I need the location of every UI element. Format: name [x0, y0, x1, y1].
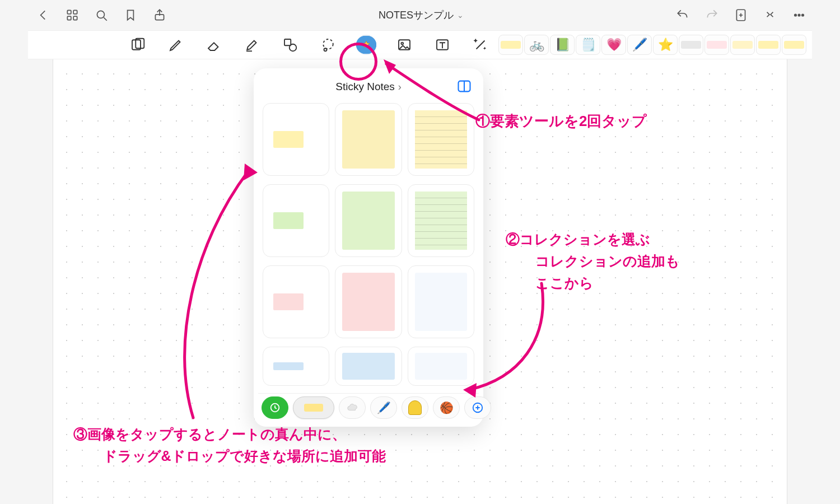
collection-pens[interactable]: 🖊️ [370, 396, 397, 419]
svg-point-17 [401, 43, 403, 45]
pen-icon[interactable] [166, 35, 186, 55]
collection-stickynotes[interactable] [293, 396, 334, 419]
recent-yellow4[interactable] [782, 35, 806, 55]
title-caret-icon: ⌄ [457, 11, 464, 20]
back-icon[interactable] [36, 8, 50, 22]
annotation-arrow-2 [452, 272, 575, 401]
title-bar: NOTESサンプル ⌄ [28, 0, 812, 30]
annotation-ring [339, 43, 377, 81]
recent-yellow-memo[interactable] [498, 35, 523, 55]
svg-point-9 [802, 14, 804, 16]
annotation-arrow-3 [160, 155, 283, 423]
collapse-icon[interactable] [763, 8, 777, 22]
sticky-green-square[interactable] [335, 184, 402, 257]
collection-clouds[interactable] [339, 396, 366, 419]
text-icon[interactable] [432, 35, 452, 55]
svg-point-8 [798, 14, 800, 16]
collection-tabs: 🖊️🏀 [258, 393, 479, 421]
title-text: NOTESサンプル [379, 8, 454, 22]
recent-pen[interactable]: 🖊️ [627, 35, 652, 55]
svg-rect-0 [67, 10, 71, 13]
recent-yellow2[interactable] [730, 35, 755, 55]
bookmark-icon[interactable] [123, 8, 138, 22]
svg-point-15 [324, 48, 327, 51]
recent-stickers: 🚲📗🗒️💗🖊️⭐ [498, 35, 808, 55]
recent-yellow3[interactable] [756, 35, 781, 55]
svg-rect-2 [67, 16, 71, 20]
read-mode-icon[interactable] [128, 35, 148, 55]
svg-point-14 [323, 39, 333, 49]
highlighter-icon[interactable] [242, 35, 262, 55]
svg-point-4 [97, 11, 104, 18]
svg-marker-22 [384, 59, 396, 74]
recent-collage[interactable]: 🗒️ [576, 35, 600, 55]
svg-rect-12 [284, 39, 291, 45]
sticky-pink-square[interactable] [335, 265, 402, 338]
annotation-arrow-1 [356, 54, 501, 138]
redo-icon[interactable] [704, 8, 719, 22]
search-icon[interactable] [94, 8, 109, 22]
shape-icon[interactable] [280, 35, 300, 55]
lasso-icon[interactable] [318, 35, 338, 55]
svg-rect-1 [73, 10, 77, 13]
svg-marker-24 [244, 164, 258, 180]
annotation-3: ③画像をタップするとノートの真ん中に、 ドラッグ&ドロップで好きな場所に追加可能 [73, 423, 386, 467]
more-icon[interactable] [792, 8, 806, 22]
recent-cloud[interactable] [679, 35, 703, 55]
note-canvas[interactable]: Sticky Notes › 🖊️🏀 ①要素ツールを2回タップ ②コレクションを… [53, 59, 787, 504]
magic-icon[interactable] [470, 35, 491, 55]
sticky-green-lined[interactable] [408, 184, 474, 257]
recent-heart[interactable]: 💗 [601, 35, 626, 55]
recent-star[interactable]: ⭐ [653, 35, 678, 55]
svg-point-7 [795, 14, 796, 16]
document-title[interactable]: NOTESサンプル ⌄ [379, 8, 464, 22]
image-icon[interactable] [394, 35, 414, 55]
sticky-blue-square[interactable] [335, 347, 402, 386]
add-page-icon[interactable] [734, 8, 748, 22]
recent-green-book[interactable]: 📗 [550, 35, 575, 55]
recent-bicycle[interactable]: 🚲 [524, 35, 549, 55]
svg-rect-3 [73, 16, 77, 20]
collection-badges[interactable] [402, 396, 428, 419]
recent-pink-memo[interactable] [704, 35, 729, 55]
eraser-icon[interactable] [204, 35, 224, 55]
share-icon[interactable] [152, 8, 167, 22]
svg-marker-23 [463, 383, 477, 398]
svg-point-13 [290, 44, 297, 52]
grid-icon[interactable] [65, 8, 80, 22]
undo-icon[interactable] [675, 8, 690, 22]
